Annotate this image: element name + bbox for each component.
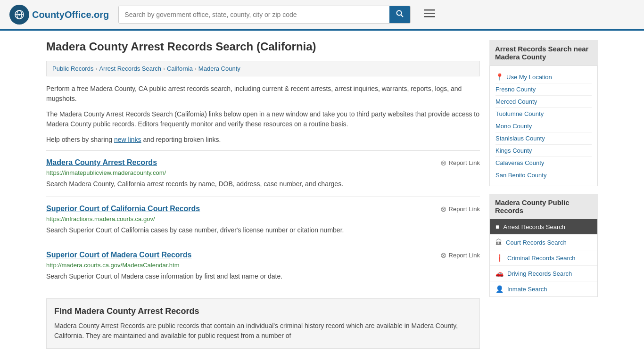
near-header: Arrest Records Search near Madera County <box>489 40 598 66</box>
public-records-header: Madera County Public Records <box>489 194 598 219</box>
driving-icon: 🚗 <box>495 270 504 277</box>
search-button[interactable] <box>389 6 410 23</box>
result-url-2[interactable]: https://infractions.madera.courts.ca.gov… <box>46 215 480 222</box>
svg-rect-7 <box>424 9 435 11</box>
bc-sep-2: › <box>163 66 165 72</box>
sidebar: Arrest Records Search near Madera County… <box>489 40 598 349</box>
result-title-3[interactable]: Superior Court of Madera Court Records <box>46 251 191 259</box>
result-card-2: Superior Court of California Court Recor… <box>46 197 480 243</box>
near-item-tuolumne[interactable]: Tuolumne County <box>495 108 592 120</box>
near-item-calaveras[interactable]: Calaveras County <box>495 157 592 169</box>
hamburger-icon[interactable] <box>424 8 435 22</box>
find-section: Find Madera County Arrest Records Madera… <box>46 298 480 349</box>
report-label-3: Report Link <box>449 252 480 259</box>
main-layout: Madera County Arrest Records Search (Cal… <box>39 31 605 358</box>
near-section: Arrest Records Search near Madera County… <box>489 40 598 186</box>
svg-rect-9 <box>424 16 435 17</box>
use-location-link[interactable]: Use My Location <box>506 74 552 81</box>
public-records-items: ■ Arrest Records Search 🏛 Court Records … <box>489 219 598 297</box>
logo-brand: CountyOffice <box>32 9 91 20</box>
result-card-1: Madera County Arrest Records ⊗ Report Li… <box>46 150 480 197</box>
arrest-icon: ■ <box>495 223 499 230</box>
report-icon-2: ⊗ <box>440 205 446 214</box>
result-title-1[interactable]: Madera County Arrest Records <box>46 158 157 167</box>
result-card-3: Superior Court of Madera Court Records ⊗… <box>46 243 480 289</box>
result-desc-2: Search Superior Court of California case… <box>46 225 480 235</box>
result-header-1: Madera County Arrest Records ⊗ Report Li… <box>46 158 480 167</box>
near-item-fresno[interactable]: Fresno County <box>495 83 592 96</box>
near-list: 📍 Use My Location Fresno County Merced C… <box>489 66 598 186</box>
breadcrumb: Public Records › Arrest Records Search ›… <box>46 61 480 76</box>
desc-para3-before: Help others by sharing <box>46 136 114 143</box>
report-icon-3: ⊗ <box>440 251 446 260</box>
search-input[interactable] <box>119 6 389 23</box>
search-bar <box>118 6 411 24</box>
svg-point-5 <box>397 11 402 16</box>
header: CountyOffice.org <box>0 0 644 31</box>
report-link-3[interactable]: ⊗ Report Link <box>440 251 480 260</box>
breadcrumb-public-records[interactable]: Public Records <box>52 65 93 72</box>
near-item-san-benito[interactable]: San Benito County <box>495 169 592 181</box>
sidebar-item-inmate[interactable]: 👤 Inmate Search <box>490 281 597 296</box>
bc-sep-3: › <box>195 66 197 72</box>
description-para1: Perform a free Madera County, CA public … <box>46 84 480 104</box>
svg-line-6 <box>401 15 404 17</box>
near-item-kings[interactable]: Kings County <box>495 145 592 157</box>
breadcrumb-madera-county[interactable]: Madera County <box>198 65 240 72</box>
result-title-2[interactable]: Superior Court of California Court Recor… <box>46 205 200 213</box>
description-para2: The Madera County Arrest Records Search … <box>46 109 480 129</box>
logo[interactable]: CountyOffice.org <box>9 5 109 25</box>
page-title: Madera County Arrest Records Search (Cal… <box>46 40 480 53</box>
result-desc-1: Search Madera County, California arrest … <box>46 179 480 189</box>
result-url-3[interactable]: http://madera.courts.ca.gov/MaderaCalend… <box>46 262 480 269</box>
near-item-mono[interactable]: Mono County <box>495 120 592 132</box>
breadcrumb-california[interactable]: California <box>167 65 193 72</box>
content-area: Madera County Arrest Records Search (Cal… <box>46 40 480 349</box>
location-pin-icon: 📍 <box>495 73 504 81</box>
criminal-icon: ❗ <box>495 254 504 262</box>
report-icon-1: ⊗ <box>440 158 446 167</box>
near-item-merced[interactable]: Merced County <box>495 96 592 108</box>
report-link-2[interactable]: ⊗ Report Link <box>440 205 480 214</box>
logo-org: .org <box>91 9 109 20</box>
svg-point-4 <box>18 14 20 16</box>
court-icon: 🏛 <box>495 239 502 246</box>
sidebar-item-court[interactable]: 🏛 Court Records Search <box>490 235 597 250</box>
find-section-text: Madera County Arrest Records are public … <box>54 321 472 341</box>
sidebar-item-driving[interactable]: 🚗 Driving Records Search <box>490 266 597 281</box>
report-label-2: Report Link <box>449 206 480 213</box>
breadcrumb-arrest-records[interactable]: Arrest Records Search <box>99 65 161 72</box>
logo-text: CountyOffice.org <box>32 9 109 20</box>
report-link-1[interactable]: ⊗ Report Link <box>440 158 480 167</box>
find-section-title: Find Madera County Arrest Records <box>54 306 472 316</box>
description-para3: Help others by sharing new links and rep… <box>46 135 480 145</box>
report-label-1: Report Link <box>449 159 480 166</box>
result-url-1[interactable]: https://inmatepublicview.maderacounty.co… <box>46 169 480 176</box>
new-links-link[interactable]: new links <box>114 136 141 143</box>
result-header-3: Superior Court of Madera Court Records ⊗… <box>46 251 480 260</box>
bc-sep-1: › <box>95 66 97 72</box>
svg-rect-8 <box>424 13 435 14</box>
sidebar-item-arrest[interactable]: ■ Arrest Records Search <box>490 219 597 235</box>
public-records-section: Madera County Public Records ■ Arrest Re… <box>489 194 598 297</box>
desc-para3-after: and reporting broken links. <box>141 136 221 143</box>
logo-icon <box>9 5 29 25</box>
use-location[interactable]: 📍 Use My Location <box>495 71 592 83</box>
result-desc-3: Search Superior Court of Madera case inf… <box>46 272 480 281</box>
inmate-icon: 👤 <box>495 285 504 293</box>
near-item-stanislaus[interactable]: Stanislaus County <box>495 132 592 145</box>
sidebar-item-criminal[interactable]: ❗ Criminal Records Search <box>490 250 597 266</box>
result-header-2: Superior Court of California Court Recor… <box>46 205 480 214</box>
